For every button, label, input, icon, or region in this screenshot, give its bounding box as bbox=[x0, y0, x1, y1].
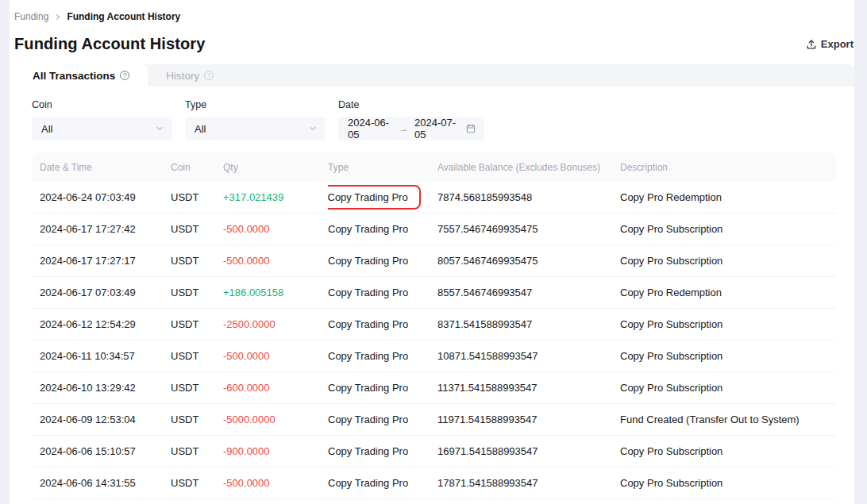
type-select[interactable]: All bbox=[185, 117, 326, 140]
help-icon[interactable]: ? bbox=[120, 71, 129, 80]
coin-filter-group: Coin All bbox=[32, 99, 172, 140]
tab-all-transactions[interactable]: All Transactions ? bbox=[14, 64, 148, 87]
tab-bar: All Transactions ? History ? bbox=[14, 64, 854, 87]
export-icon bbox=[806, 39, 817, 50]
cell-balance: 8557.546746993547 bbox=[437, 287, 620, 298]
table-row: 2024-06-06 14:31:55 USDT -500.0000 Copy … bbox=[32, 467, 836, 499]
title-row: Funding Account History Export bbox=[14, 35, 854, 53]
table-row: 2024-06-10 13:29:42 USDT -600.0000 Copy … bbox=[32, 372, 836, 404]
cell-type: Copy Trading Pro bbox=[328, 445, 408, 457]
chevron-down-icon bbox=[155, 124, 164, 133]
cell-coin: USDT bbox=[171, 382, 223, 394]
cell-balance: 7557.5467469935475 bbox=[437, 223, 620, 235]
column-header: Available Balance (Excludes Bonuses) bbox=[437, 162, 620, 173]
cell-balance: 10871.541588993547 bbox=[437, 350, 620, 362]
cell-datetime: 2024-06-09 12:53:04 bbox=[40, 414, 171, 425]
cell-qty: -500.0000 bbox=[223, 255, 328, 267]
type-filter-group: Type All bbox=[185, 99, 326, 140]
cell-datetime: 2024-06-06 14:31:55 bbox=[40, 477, 171, 489]
cell-qty: -500.0000 bbox=[223, 223, 328, 235]
page-title: Funding Account History bbox=[14, 35, 205, 53]
column-header: Description bbox=[620, 162, 828, 173]
column-header: Coin bbox=[171, 162, 223, 173]
table-row: 2024-06-17 17:27:42 USDT -500.0000 Copy … bbox=[32, 214, 836, 245]
breadcrumb-current: Funding Account History bbox=[67, 11, 180, 22]
cell-qty: -500.0000 bbox=[223, 477, 328, 489]
cell-description: Copy Pro Subscription bbox=[620, 318, 828, 330]
column-header: Qty bbox=[223, 162, 328, 173]
date-start-value[interactable]: 2024-06-05 bbox=[348, 117, 392, 140]
cell-description: Copy Pro Subscription bbox=[620, 382, 828, 394]
cell-datetime: 2024-06-17 17:27:42 bbox=[40, 223, 171, 235]
table-row: 2024-06-12 12:54:29 USDT -2500.0000 Copy… bbox=[32, 309, 836, 340]
coin-select-value: All bbox=[41, 123, 52, 135]
page-container: Funding Funding Account History Funding … bbox=[10, 0, 854, 504]
column-header: Type bbox=[328, 162, 437, 173]
cell-type: Copy Trading Pro bbox=[328, 414, 408, 425]
table-row: 2024-06-17 07:03:49 USDT +186.005158 Cop… bbox=[32, 277, 836, 309]
cell-type: Copy Trading Pro bbox=[328, 255, 408, 267]
cell-description: Copy Pro Subscription bbox=[620, 255, 828, 267]
cell-balance: 11971.541588993547 bbox=[437, 414, 620, 425]
cell-balance: 8371.541588993547 bbox=[437, 318, 620, 330]
chevron-right-icon bbox=[54, 13, 61, 21]
calendar-icon[interactable] bbox=[465, 123, 476, 134]
export-button[interactable]: Export bbox=[806, 38, 854, 50]
cell-datetime: 2024-06-12 12:54:29 bbox=[40, 318, 171, 330]
cell-datetime: 2024-06-10 13:29:42 bbox=[40, 382, 171, 394]
cell-coin: USDT bbox=[171, 287, 223, 298]
cell-datetime: 2024-06-17 07:03:49 bbox=[40, 287, 171, 298]
date-range-picker[interactable]: 2024-06-05 → 2024-07-05 bbox=[338, 117, 484, 140]
cell-description: Copy Pro Redemption bbox=[620, 191, 828, 203]
breadcrumb-funding-link[interactable]: Funding bbox=[14, 11, 48, 22]
export-label: Export bbox=[821, 38, 854, 50]
cell-type: Copy Trading Pro bbox=[328, 382, 408, 394]
cell-qty: +186.005158 bbox=[223, 287, 328, 298]
coin-select[interactable]: All bbox=[32, 117, 172, 140]
table-row: 2024-06-09 12:53:04 USDT -5000.0000 Copy… bbox=[32, 404, 836, 436]
table-row: 2024-06-24 07:03:49 USDT +317.021439 Cop… bbox=[32, 182, 836, 214]
table-row: 2024-06-17 17:27:17 USDT -500.0000 Copy … bbox=[32, 245, 836, 277]
cell-description: Copy Pro Subscription bbox=[620, 223, 828, 235]
cell-balance: 7874.568185993548 bbox=[437, 191, 620, 203]
cell-coin: USDT bbox=[171, 191, 223, 203]
cell-qty: -2500.0000 bbox=[223, 318, 328, 330]
breadcrumb: Funding Funding Account History bbox=[10, 0, 854, 22]
cell-coin: USDT bbox=[171, 445, 223, 457]
cell-description: Copy Pro Subscription bbox=[620, 445, 828, 457]
cell-balance: 16971.541588993547 bbox=[437, 445, 620, 457]
cell-datetime: 2024-06-17 17:27:17 bbox=[40, 255, 171, 267]
cell-qty: -600.0000 bbox=[223, 382, 328, 394]
cell-type: Copy Trading Pro bbox=[328, 350, 408, 362]
cell-datetime: 2024-06-24 07:03:49 bbox=[40, 191, 171, 203]
cell-coin: USDT bbox=[171, 477, 223, 489]
cell-type: Copy Trading Pro bbox=[328, 318, 408, 330]
cell-datetime: 2024-06-11 10:34:57 bbox=[40, 350, 171, 362]
filters-section: Coin All Type All Date 2024-06-05 → bbox=[32, 99, 836, 140]
date-filter-group: Date 2024-06-05 → 2024-07-05 bbox=[338, 99, 484, 140]
cell-coin: USDT bbox=[171, 318, 223, 330]
cell-balance: 8057.5467469935475 bbox=[437, 255, 620, 267]
cell-description: Copy Pro Subscription bbox=[620, 477, 828, 489]
help-icon[interactable]: ? bbox=[204, 71, 214, 80]
type-filter-label: Type bbox=[185, 99, 326, 111]
cell-description: Copy Pro Subscription bbox=[620, 350, 828, 362]
cell-type: Copy Trading Pro bbox=[328, 185, 421, 210]
date-end-value[interactable]: 2024-07-05 bbox=[414, 117, 459, 140]
cell-description: Copy Pro Redemption bbox=[620, 287, 828, 298]
table-header-row: Date & TimeCoinQtyTypeAvailable Balance … bbox=[32, 152, 836, 182]
column-header: Date & Time bbox=[40, 162, 171, 173]
cell-qty: -900.0000 bbox=[223, 445, 328, 457]
cell-qty: -5000.0000 bbox=[223, 414, 328, 425]
coin-filter-label: Coin bbox=[32, 99, 172, 111]
cell-qty: +317.021439 bbox=[223, 191, 328, 203]
cell-type: Copy Trading Pro bbox=[328, 223, 408, 235]
arrow-right-icon: → bbox=[399, 123, 408, 134]
cell-datetime: 2024-06-06 15:10:57 bbox=[40, 445, 171, 457]
tab-history[interactable]: History ? bbox=[148, 64, 232, 87]
cell-balance: 17871.541588993547 bbox=[437, 477, 620, 489]
date-filter-label: Date bbox=[338, 99, 484, 111]
table-row: 2024-06-11 10:34:57 USDT -500.0000 Copy … bbox=[32, 340, 836, 372]
cell-coin: USDT bbox=[171, 350, 223, 362]
cell-qty: -500.0000 bbox=[223, 350, 328, 362]
